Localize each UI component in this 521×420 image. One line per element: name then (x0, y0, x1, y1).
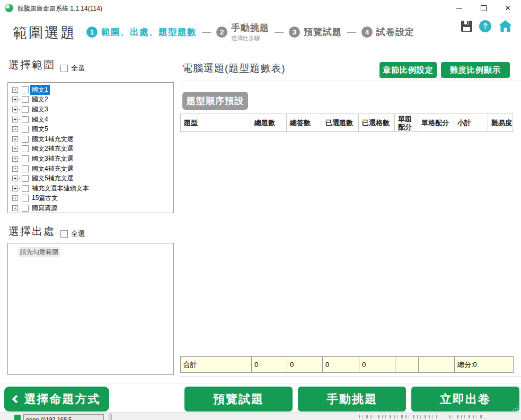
expand-icon[interactable]: + (12, 97, 18, 102)
page-title: 範圍選題 (13, 23, 76, 42)
tree-item-label[interactable]: 國文5補充文選 (30, 173, 75, 183)
tree-connector-stub (19, 90, 21, 90)
tree-item-checkbox[interactable] (22, 185, 29, 192)
resize-grip[interactable] (511, 405, 518, 411)
column-header: 單題配分 (394, 114, 418, 132)
tree-item-label[interactable]: 國文3補充文選 (30, 154, 75, 164)
tree-item-label[interactable]: 國文1補充文選 (30, 134, 75, 144)
tree-item[interactable]: +國文2 (12, 95, 173, 105)
footer-cell: 總分:0 (454, 357, 513, 372)
tree-item[interactable]: +補充文選非連續文本 (12, 183, 173, 194)
expand-icon[interactable]: + (12, 186, 18, 191)
tree-item-label[interactable]: 補充文選非連續文本 (30, 183, 91, 194)
range-tree-panel[interactable]: +國文1+國文2+國文3+國文4+國文5+國文1補充文選+國文2補充文選+國文3… (7, 82, 174, 213)
expand-icon[interactable]: + (12, 87, 18, 93)
tree-item[interactable]: +15篇古文 (12, 194, 173, 204)
tree-item[interactable]: +國文1補充文選 (12, 134, 173, 144)
save-icon[interactable] (461, 21, 472, 32)
tree-connector-stub (19, 178, 21, 179)
minimize-button[interactable] (447, 0, 471, 16)
expand-icon[interactable]: + (12, 117, 18, 122)
tree-item[interactable]: +國文2補充文選 (12, 144, 173, 154)
tree-item-checkbox[interactable] (22, 126, 29, 133)
home-icon[interactable] (498, 20, 513, 32)
expand-icon[interactable]: + (12, 195, 18, 201)
tree-connector-stub (19, 208, 21, 208)
background-window-clipped-text (449, 415, 484, 418)
page-header: 範圍選題 1 範圍、出處、題型題數 — 2 手動挑題 選擇性步驟 — 3 預覽試… (0, 16, 521, 48)
expand-icon[interactable]: + (12, 136, 18, 142)
tree-item-label[interactable]: 國文2補充文選 (30, 144, 75, 154)
tree-item[interactable]: +國文4 (12, 115, 173, 125)
header-toolbar: ? (461, 20, 513, 32)
step-4-paper-settings[interactable]: 4 試卷設定 (361, 26, 414, 38)
close-button[interactable]: × (496, 0, 520, 16)
tree-item-label[interactable]: 國文1 (30, 85, 50, 95)
range-select-all[interactable]: 全選 (60, 64, 85, 73)
footer-cell: 0 (359, 357, 395, 372)
step-1-range[interactable]: 1 範圍、出處、題型題數 (86, 26, 197, 38)
help-icon[interactable]: ? (479, 20, 491, 32)
tree-item-label[interactable]: 15篇古文 (30, 193, 59, 203)
expand-icon[interactable]: + (12, 176, 18, 181)
expand-icon[interactable]: + (12, 156, 18, 162)
manual-pick-button[interactable]: 手動挑題 (298, 387, 406, 412)
background-window-divider (109, 414, 112, 420)
tree-item[interactable]: +國寫資源 (12, 203, 173, 213)
step-2-label: 手動挑題 (231, 22, 269, 34)
maximize-button[interactable] (471, 0, 496, 16)
tree-item-checkbox[interactable] (22, 106, 29, 113)
source-select-all[interactable]: 全選 (60, 229, 85, 239)
tree-item[interactable]: +國文3補充文選 (12, 154, 173, 164)
tree-item-label[interactable]: 國寫資源 (30, 203, 59, 213)
back-button-label: 選擇命題方式 (24, 391, 101, 407)
tree-item[interactable]: +國文4補充文選 (12, 164, 173, 174)
tree-item-checkbox[interactable] (22, 136, 29, 143)
tree-item-checkbox[interactable] (22, 116, 29, 123)
preview-questions-button[interactable]: 預覽試題 (184, 387, 293, 412)
tree-item-checkbox[interactable] (22, 195, 29, 202)
tree-item[interactable]: +國文5 (12, 124, 173, 134)
back-to-mode-button[interactable]: 選擇命題方式 (4, 387, 109, 412)
tree-item-checkbox[interactable] (22, 96, 29, 103)
expand-icon[interactable]: + (12, 166, 18, 172)
expand-icon[interactable]: + (12, 107, 18, 112)
tree-item-checkbox[interactable] (22, 205, 29, 212)
column-header: 總題數 (251, 114, 286, 132)
type-order-preset-button[interactable]: 題型順序預設 (182, 92, 248, 110)
tree-item-label[interactable]: 國文5 (30, 124, 50, 134)
save-icon-detail (467, 21, 469, 24)
source-select-all-checkbox[interactable] (60, 230, 68, 238)
expand-icon[interactable]: + (12, 205, 18, 211)
source-list-panel[interactable]: 請先勾選範圍 (7, 243, 174, 375)
column-header: 總答數 (286, 114, 322, 132)
tree-item-label[interactable]: 國文4 (30, 115, 50, 125)
footer-cell (418, 357, 454, 372)
back-chevron-icon (12, 395, 20, 404)
tree-connector-stub (19, 119, 21, 120)
chapter-ratio-button[interactable]: 章節比例設定 (379, 62, 437, 78)
expand-icon[interactable]: + (12, 146, 18, 152)
step-1-label: 範圍、出處、題型題數 (101, 26, 197, 38)
tree-item-checkbox[interactable] (22, 165, 29, 172)
tree-item[interactable]: +國文1 (12, 85, 173, 95)
tree-item-checkbox[interactable] (22, 175, 29, 182)
step-1-number: 1 (86, 27, 98, 38)
tree-item-checkbox[interactable] (22, 86, 29, 93)
app-logo-icon (5, 4, 13, 12)
step-3-preview[interactable]: 3 預覽試題 (289, 26, 342, 38)
tree-item[interactable]: +國文3 (12, 104, 173, 115)
range-select-all-checkbox[interactable] (60, 65, 68, 72)
tree-item-checkbox[interactable] (22, 145, 29, 152)
tree-item[interactable]: +國文5補充文選 (12, 173, 173, 183)
difficulty-ratio-button[interactable]: 難度比例顯示 (441, 62, 510, 78)
tree-item-label[interactable]: 國文4補充文選 (30, 164, 75, 174)
tree-item-label[interactable]: 國文2 (30, 94, 50, 104)
tree-item-checkbox[interactable] (22, 155, 29, 162)
tree-item-label[interactable]: 國文3 (30, 104, 50, 115)
minimize-icon (456, 8, 462, 8)
generate-paper-button[interactable]: 立即出卷 (411, 387, 519, 412)
step-2-manual-pick[interactable]: 2 手動挑題 選擇性步驟 (216, 22, 269, 42)
column-header: 難易度 (488, 114, 513, 132)
expand-icon[interactable]: + (12, 126, 18, 132)
